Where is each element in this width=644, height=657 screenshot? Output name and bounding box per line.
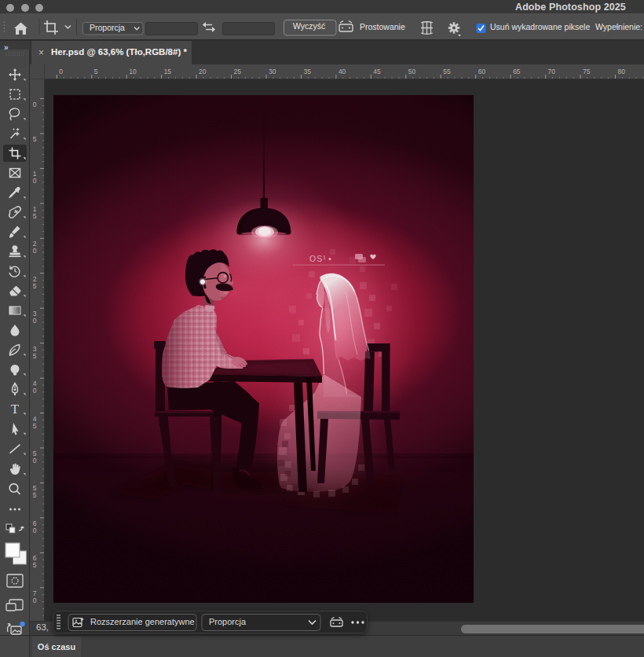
svg-text:5: 5 xyxy=(33,422,37,430)
svg-text:0: 0 xyxy=(59,68,63,75)
svg-text:35: 35 xyxy=(303,68,311,75)
svg-text:5: 5 xyxy=(33,561,37,569)
svg-text:50: 50 xyxy=(408,68,416,75)
svg-text:20: 20 xyxy=(199,68,207,75)
svg-text:0: 0 xyxy=(33,247,37,255)
svg-text:5: 5 xyxy=(33,282,37,290)
svg-text:0: 0 xyxy=(33,527,37,534)
svg-text:0: 0 xyxy=(33,101,37,108)
svg-text:65: 65 xyxy=(513,68,521,75)
svg-text:T: T xyxy=(11,402,20,417)
svg-text:30: 30 xyxy=(269,68,276,75)
svg-text:5: 5 xyxy=(33,352,37,360)
svg-text:0: 0 xyxy=(33,317,37,325)
svg-text:75: 75 xyxy=(583,68,591,75)
svg-text:0: 0 xyxy=(33,387,37,395)
svg-text:5: 5 xyxy=(94,68,98,75)
svg-text:45: 45 xyxy=(373,68,381,75)
svg-text:0: 0 xyxy=(33,177,37,185)
svg-text:5: 5 xyxy=(33,135,37,143)
svg-text:10: 10 xyxy=(129,68,137,75)
svg-text:5: 5 xyxy=(33,491,37,499)
svg-text:15: 15 xyxy=(164,68,172,75)
svg-text:5: 5 xyxy=(33,212,37,220)
svg-text:0: 0 xyxy=(33,596,37,604)
svg-text:55: 55 xyxy=(443,68,451,75)
svg-text:25: 25 xyxy=(234,68,242,75)
svg-text:60: 60 xyxy=(478,68,486,75)
svg-text:70: 70 xyxy=(548,68,556,75)
svg-text:80: 80 xyxy=(618,68,626,75)
svg-text:0: 0 xyxy=(33,457,37,464)
svg-text:40: 40 xyxy=(338,68,346,75)
